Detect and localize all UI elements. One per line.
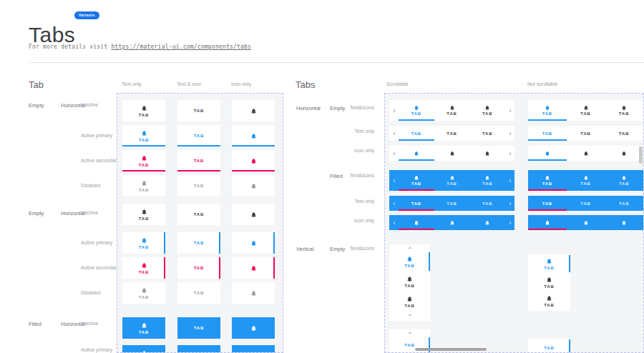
- tab-active[interactable]: TAB: [528, 126, 567, 141]
- tab-filled-text-icon-inactive[interactable]: TAB: [122, 317, 165, 339]
- tab-text-icon-inactive[interactable]: TAB: [122, 100, 165, 121]
- tab-filled-icon-active[interactable]: TAB: [232, 345, 275, 353]
- bell-icon: [406, 276, 413, 282]
- tab-active[interactable]: TAB: [528, 254, 570, 273]
- chevron-left-icon[interactable]: [389, 100, 399, 121]
- column-header-scrollable: Scrollable: [386, 81, 409, 86]
- tab-text-icon-inactive[interactable]: TAB: [122, 204, 165, 225]
- tab[interactable]: TAB: [605, 100, 643, 121]
- tab-active[interactable]: TAB: [399, 170, 434, 191]
- tab-text-active-secondary[interactable]: TAB: [177, 257, 220, 279]
- tab-icon-inactive[interactable]: TAB: [232, 204, 275, 225]
- tab-filled-text-active[interactable]: TAB: [177, 345, 220, 353]
- tab-active[interactable]: TAB: [528, 100, 567, 121]
- tab-text-inactive[interactable]: TAB: [177, 204, 220, 225]
- tab[interactable]: [567, 215, 605, 230]
- tab[interactable]: TAB: [528, 273, 570, 292]
- chevron-left-icon[interactable]: [389, 146, 399, 161]
- tab-active[interactable]: TAB: [399, 126, 434, 141]
- chevron-down-icon[interactable]: [389, 312, 430, 319]
- bell-icon: [141, 155, 147, 161]
- tab[interactable]: TAB: [389, 272, 430, 292]
- tab[interactable]: TAB: [434, 100, 470, 121]
- tab[interactable]: TAB: [605, 170, 643, 191]
- tab-text-active-primary[interactable]: TAB: [177, 232, 220, 254]
- tab[interactable]: TAB: [469, 196, 505, 211]
- chevron-right-icon[interactable]: [505, 170, 514, 191]
- tab[interactable]: TAB: [567, 126, 605, 141]
- tab[interactable]: [469, 215, 505, 230]
- tab-text-active-secondary[interactable]: TAB: [177, 150, 220, 171]
- chevron-up-icon[interactable]: [389, 329, 430, 337]
- tab-active[interactable]: [399, 215, 434, 230]
- state-label: Icon only: [342, 218, 374, 223]
- tab-filled-text-icon-active[interactable]: TAB: [122, 345, 165, 353]
- chevron-left-icon[interactable]: [389, 196, 399, 211]
- tab-active[interactable]: [528, 215, 567, 230]
- bell-icon: [621, 175, 627, 181]
- state-label: Text&Icons: [342, 105, 374, 110]
- docs-link[interactable]: https://material-ui.com/components/tabs: [111, 44, 251, 50]
- tab-text-icon-active-primary[interactable]: TAB: [122, 125, 165, 146]
- tab-icon-active-primary[interactable]: TAB: [232, 125, 275, 146]
- chevron-right-icon[interactable]: [505, 215, 514, 230]
- tab-filled-icon-inactive[interactable]: TAB: [232, 317, 275, 339]
- tab[interactable]: [605, 146, 643, 161]
- chevron-left-icon[interactable]: [389, 170, 399, 191]
- tab[interactable]: TAB: [567, 170, 605, 191]
- chevron-up-icon[interactable]: [389, 244, 430, 252]
- chevron-left-icon[interactable]: [389, 215, 399, 230]
- tab[interactable]: [567, 146, 605, 161]
- chevron-right-icon[interactable]: [505, 196, 514, 211]
- vertical-scrollbar[interactable]: [639, 146, 643, 164]
- tab-text-icon-active-primary[interactable]: TAB: [122, 232, 165, 254]
- tab-text-inactive[interactable]: TAB: [177, 100, 220, 121]
- tab-filled-text-inactive[interactable]: TAB: [177, 317, 220, 339]
- tabs-bar-fixed-texticons: TAB TAB TAB: [528, 100, 643, 121]
- subtitle-text: For more details visit: [29, 44, 107, 50]
- tab-icon-active-secondary[interactable]: TAB: [232, 150, 275, 171]
- tab-active[interactable]: [528, 146, 567, 161]
- tab-active[interactable]: TAB: [399, 100, 434, 121]
- tab[interactable]: [434, 215, 470, 230]
- tab[interactable]: TAB: [434, 196, 470, 211]
- chevron-right-icon[interactable]: [505, 126, 514, 141]
- tab[interactable]: TAB: [567, 100, 605, 121]
- tab-text-icon-active-secondary[interactable]: TAB: [122, 150, 165, 171]
- tab[interactable]: TAB: [567, 196, 605, 211]
- bell-icon: [545, 105, 550, 111]
- tab-active[interactable]: TAB: [528, 196, 567, 211]
- tab[interactable]: [434, 146, 470, 161]
- state-label: Active secondary: [81, 158, 119, 163]
- bell-icon: [250, 183, 257, 189]
- tab-active[interactable]: TAB: [528, 339, 570, 353]
- tab-active[interactable]: TAB: [528, 170, 567, 191]
- tab[interactable]: TAB: [469, 126, 505, 141]
- tab[interactable]: TAB: [469, 170, 505, 191]
- tab[interactable]: TAB: [469, 100, 505, 121]
- tab[interactable]: TAB: [605, 126, 643, 141]
- tab[interactable]: TAB: [389, 292, 430, 312]
- tab-icon-active-secondary[interactable]: TAB: [232, 257, 275, 279]
- tab-text-icon-active-secondary[interactable]: TAB: [122, 257, 165, 279]
- bell-icon: [545, 220, 550, 226]
- tab[interactable]: TAB: [434, 126, 470, 141]
- tab-active[interactable]: TAB: [389, 252, 430, 272]
- chevron-right-icon[interactable]: [505, 146, 514, 161]
- tab-active[interactable]: TAB: [399, 196, 434, 211]
- tabs-vertical-scrollable-texticons: TAB TAB TAB: [389, 244, 430, 321]
- chevron-right-icon[interactable]: [505, 100, 514, 121]
- tab[interactable]: TAB: [434, 170, 470, 191]
- tab-icon-active-primary[interactable]: TAB: [232, 232, 275, 254]
- horizontal-scrollbar[interactable]: [415, 348, 487, 351]
- header-divider: [29, 62, 644, 63]
- chevron-left-icon[interactable]: [389, 126, 399, 141]
- tab-active[interactable]: [399, 146, 434, 161]
- tab[interactable]: [605, 215, 643, 230]
- tab-icon-inactive[interactable]: TAB: [232, 100, 275, 121]
- tab[interactable]: TAB: [605, 196, 643, 211]
- tab-text-active-primary[interactable]: TAB: [177, 125, 220, 146]
- tabs-bar-fixed-textonly: TAB TAB TAB: [528, 126, 643, 141]
- tab[interactable]: [469, 146, 505, 161]
- tab[interactable]: TAB: [528, 292, 570, 311]
